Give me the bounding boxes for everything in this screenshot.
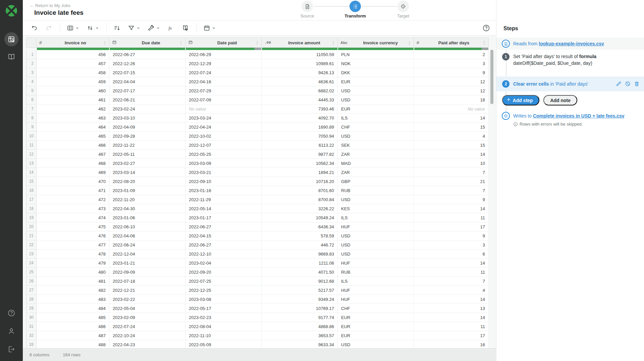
- table-cell[interactable]: 2022-04-30: [109, 204, 185, 213]
- row-number[interactable]: 23: [26, 250, 37, 259]
- toolbar-undo-button[interactable]: [29, 23, 40, 33]
- table-cell[interactable]: 14: [414, 295, 489, 304]
- table-cell[interactable]: 2023-02-04: [185, 259, 262, 268]
- table-cell[interactable]: USD: [338, 231, 414, 240]
- table-cell[interactable]: 17: [414, 222, 489, 231]
- table-cell[interactable]: No value: [185, 104, 262, 114]
- table-cell[interactable]: 459: [37, 77, 109, 86]
- table-cell[interactable]: 482: [37, 286, 109, 295]
- row-number[interactable]: 1: [26, 50, 37, 59]
- table-cell[interactable]: 2022-04-23: [109, 340, 185, 348]
- toolbar-formula-button[interactable]: fx: [165, 23, 176, 33]
- table-cell[interactable]: 477: [37, 240, 109, 250]
- table-cell[interactable]: 14: [414, 204, 489, 213]
- scrollbar-thumb[interactable]: [490, 50, 493, 104]
- table-cell[interactable]: 2022-08-20: [109, 177, 185, 186]
- row-number[interactable]: 9: [26, 123, 37, 132]
- table-cell[interactable]: 469: [37, 168, 109, 177]
- target-file-link[interactable]: Complete invoices in USD + late fees.csv: [533, 113, 625, 119]
- table-cell[interactable]: 11: [414, 268, 489, 277]
- grid-corner-cell[interactable]: [26, 38, 37, 48]
- row-number[interactable]: 14: [26, 168, 37, 177]
- column-menu-icon[interactable]: ⋮: [103, 40, 107, 45]
- table-cell[interactable]: No value: [414, 104, 489, 114]
- table-cell[interactable]: 4636.61: [262, 77, 338, 86]
- step-2-clear-error-cells[interactable]: 2 Clear error cells in 'Paid after days': [496, 77, 644, 91]
- column-menu-icon[interactable]: ⋮: [179, 40, 183, 45]
- table-cell[interactable]: 10716.20: [262, 177, 338, 186]
- table-cell[interactable]: 2023-01-21: [109, 259, 185, 268]
- table-cell[interactable]: 3: [414, 59, 489, 68]
- stepper-source[interactable]: [302, 1, 313, 12]
- row-number[interactable]: 21: [26, 231, 37, 240]
- table-cell[interactable]: 2022-05-04: [109, 304, 185, 313]
- table-cell[interactable]: 10769.17: [262, 304, 338, 313]
- table-cell[interactable]: 2022-06-10: [109, 222, 185, 231]
- table-cell[interactable]: 446.72: [262, 240, 338, 250]
- column-header-date-paid[interactable]: Date paid⋮: [185, 38, 262, 48]
- table-cell[interactable]: 484: [37, 304, 109, 313]
- table-cell[interactable]: 578.59: [262, 231, 338, 240]
- toolbar-sort-descending-button[interactable]: [111, 23, 122, 33]
- sidebar-item-help[interactable]: [4, 306, 18, 320]
- table-cell[interactable]: RUB: [338, 186, 414, 195]
- table-cell[interactable]: CHF: [338, 123, 414, 132]
- table-cell[interactable]: 456: [37, 50, 109, 59]
- table-cell[interactable]: 15: [414, 141, 489, 150]
- table-cell[interactable]: 2022-07-24: [185, 68, 262, 77]
- table-cell[interactable]: 460: [37, 86, 109, 95]
- row-number[interactable]: 20: [26, 222, 37, 231]
- table-cell[interactable]: 2022-11-10: [185, 331, 262, 340]
- table-cell[interactable]: 2022-07-24: [109, 322, 185, 331]
- table-cell[interactable]: 475: [37, 222, 109, 231]
- table-cell[interactable]: 9: [414, 195, 489, 204]
- table-cell[interactable]: 458: [37, 68, 109, 77]
- table-cell[interactable]: 2022-06-24: [109, 240, 185, 250]
- table-cell[interactable]: 9177.74: [262, 313, 338, 322]
- table-cell[interactable]: 2023-02-23: [185, 313, 262, 322]
- table-cell[interactable]: 8701.60: [262, 186, 338, 195]
- table-cell[interactable]: 9: [414, 231, 489, 240]
- disable-icon[interactable]: [625, 81, 631, 87]
- column-header-paid-after-days[interactable]: #Paid after days⋮: [414, 38, 489, 48]
- table-cell[interactable]: 464: [37, 123, 109, 132]
- column-menu-icon[interactable]: ⋮: [331, 40, 335, 45]
- row-number[interactable]: 2: [26, 59, 37, 68]
- table-cell[interactable]: 461: [37, 95, 109, 104]
- table-cell[interactable]: 2023-03-10: [109, 114, 185, 123]
- row-number[interactable]: 6: [26, 95, 37, 104]
- table-cell[interactable]: 2022-04-24: [185, 123, 262, 132]
- table-cell[interactable]: 14: [414, 259, 489, 268]
- table-cell[interactable]: 2022-04-06: [109, 231, 185, 240]
- table-cell[interactable]: 2023-02-22: [109, 295, 185, 304]
- step-1-formula[interactable]: 1 Set 'Paid after days' to result of for…: [496, 53, 644, 66]
- table-cell[interactable]: 485: [37, 313, 109, 322]
- table-cell[interactable]: 474: [37, 213, 109, 222]
- column-header-invoice-amount[interactable]: .00Invoice amount⋮: [262, 38, 338, 48]
- table-cell[interactable]: 17: [414, 331, 489, 340]
- table-cell[interactable]: 10562.34: [262, 159, 338, 168]
- table-cell[interactable]: 462: [37, 104, 109, 114]
- sidebar-item-docs[interactable]: [4, 50, 18, 64]
- sidebar-item-logout[interactable]: [4, 342, 18, 356]
- table-cell[interactable]: 5217.57: [262, 286, 338, 295]
- row-number[interactable]: 24: [26, 259, 37, 268]
- table-cell[interactable]: 2022-04-09: [109, 123, 185, 132]
- table-cell[interactable]: 2022-07-17: [109, 86, 185, 95]
- row-number[interactable]: 27: [26, 286, 37, 295]
- table-cell[interactable]: 2022-06-27: [109, 50, 185, 59]
- table-cell[interactable]: USD: [338, 250, 414, 259]
- row-number[interactable]: 32: [26, 331, 37, 340]
- table-cell[interactable]: ZAR: [338, 150, 414, 159]
- row-number[interactable]: 19: [26, 213, 37, 222]
- row-number[interactable]: 11: [26, 141, 37, 150]
- table-cell[interactable]: 486: [37, 322, 109, 331]
- app-logo[interactable]: [5, 4, 18, 17]
- table-cell[interactable]: 2022-12-10: [185, 250, 262, 259]
- table-cell[interactable]: 3226.22: [262, 204, 338, 213]
- table-cell[interactable]: 2022-07-25: [185, 277, 262, 286]
- table-cell[interactable]: 2022-07-09: [185, 95, 262, 104]
- delete-icon[interactable]: [634, 81, 640, 87]
- table-cell[interactable]: 2022-06-21: [109, 95, 185, 104]
- row-number[interactable]: 22: [26, 240, 37, 250]
